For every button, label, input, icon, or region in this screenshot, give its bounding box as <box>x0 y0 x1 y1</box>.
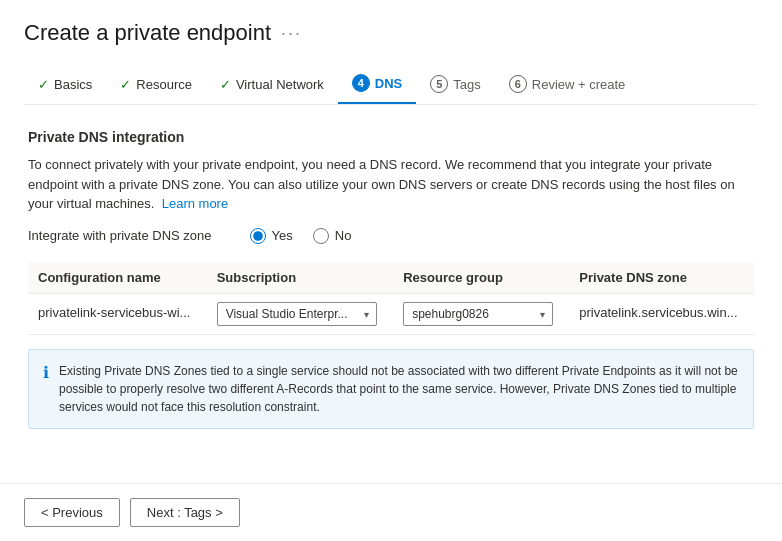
step-number-review: 6 <box>509 75 527 93</box>
check-icon-resource: ✓ <box>120 77 131 92</box>
integrate-dns-radio-group: Integrate with private DNS zone Yes No <box>28 228 754 244</box>
step-virtual-network-label: Virtual Network <box>236 77 324 92</box>
cell-resource-group: spehubrg0826 ▾ <box>393 293 569 334</box>
table-row: privatelink-servicebus-wi... Visual Stud… <box>28 293 754 334</box>
cell-subscription: Visual Studio Enterpr... ▾ <box>207 293 394 334</box>
step-dns[interactable]: 4 DNS <box>338 66 416 104</box>
step-tags[interactable]: 5 Tags <box>416 67 494 103</box>
radio-yes-input[interactable] <box>250 228 266 244</box>
radio-no-option[interactable]: No <box>313 228 352 244</box>
check-icon-virtual-network: ✓ <box>220 77 231 92</box>
check-icon-basics: ✓ <box>38 77 49 92</box>
step-resource[interactable]: ✓ Resource <box>106 69 206 102</box>
step-resource-label: Resource <box>136 77 192 92</box>
radio-no-label: No <box>335 228 352 243</box>
col-header-subscription: Subscription <box>207 262 394 294</box>
step-number-dns: 4 <box>352 74 370 92</box>
subscription-select-wrapper: Visual Studio Enterpr... ▾ <box>217 302 377 326</box>
table-header-row: Configuration name Subscription Resource… <box>28 262 754 294</box>
radio-yes-label: Yes <box>272 228 293 243</box>
dns-zone-value: privatelink.servicebus.win... <box>579 305 737 320</box>
footer: < Previous Next : Tags > <box>0 483 782 541</box>
radio-no-input[interactable] <box>313 228 329 244</box>
section-title: Private DNS integration <box>28 129 754 145</box>
page-title: Create a private endpoint <box>24 20 271 46</box>
subscription-select[interactable]: Visual Studio Enterpr... <box>217 302 377 326</box>
step-dns-label: DNS <box>375 76 402 91</box>
step-tags-label: Tags <box>453 77 480 92</box>
learn-more-link[interactable]: Learn more <box>162 196 228 211</box>
step-virtual-network[interactable]: ✓ Virtual Network <box>206 69 338 102</box>
page-title-dots: ··· <box>281 23 302 44</box>
info-icon: ℹ <box>43 363 49 382</box>
page-title-container: Create a private endpoint ··· <box>24 20 758 46</box>
config-name-value: privatelink-servicebus-wi... <box>38 305 190 320</box>
integrate-dns-label: Integrate with private DNS zone <box>28 228 212 243</box>
radio-yes-option[interactable]: Yes <box>250 228 293 244</box>
step-review-label: Review + create <box>532 77 626 92</box>
previous-button[interactable]: < Previous <box>24 498 120 527</box>
dns-table: Configuration name Subscription Resource… <box>28 262 754 335</box>
step-basics[interactable]: ✓ Basics <box>24 69 106 102</box>
cell-dns-zone: privatelink.servicebus.win... <box>569 293 754 334</box>
content-area: Private DNS integration To connect priva… <box>24 129 758 429</box>
next-button[interactable]: Next : Tags > <box>130 498 240 527</box>
cell-config-name: privatelink-servicebus-wi... <box>28 293 207 334</box>
info-box: ℹ Existing Private DNS Zones tied to a s… <box>28 349 754 429</box>
resource-group-select[interactable]: spehubrg0826 <box>403 302 553 326</box>
resource-group-select-wrapper: spehubrg0826 ▾ <box>403 302 553 326</box>
info-text: Existing Private DNS Zones tied to a sin… <box>59 362 739 416</box>
col-header-config-name: Configuration name <box>28 262 207 294</box>
step-review[interactable]: 6 Review + create <box>495 67 640 103</box>
wizard-steps: ✓ Basics ✓ Resource ✓ Virtual Network 4 … <box>24 66 758 105</box>
step-basics-label: Basics <box>54 77 92 92</box>
step-number-tags: 5 <box>430 75 448 93</box>
col-header-resource-group: Resource group <box>393 262 569 294</box>
col-header-dns-zone: Private DNS zone <box>569 262 754 294</box>
description-text: To connect privately with your private e… <box>28 155 754 214</box>
